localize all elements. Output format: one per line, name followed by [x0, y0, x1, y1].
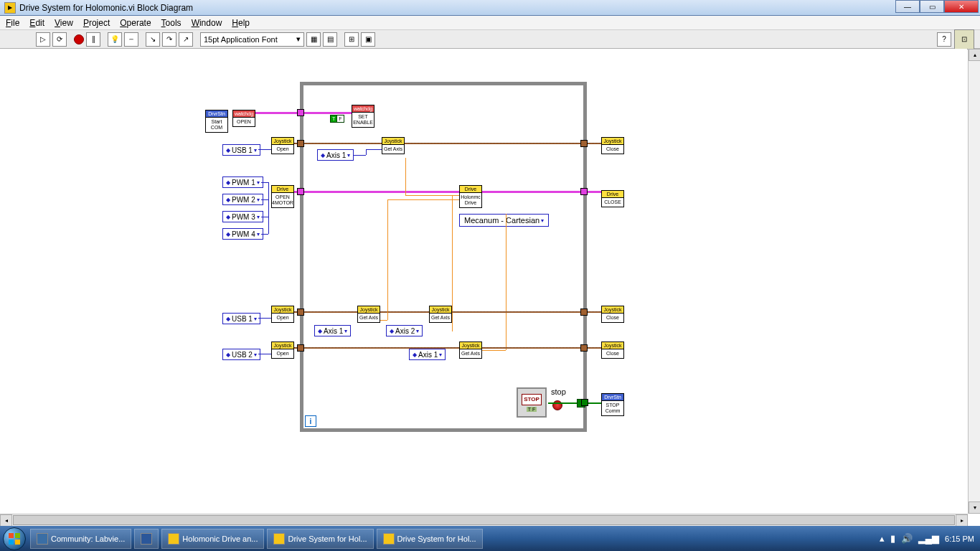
taskbar-item[interactable]: Drive System for Hol...: [377, 529, 483, 549]
menu-file[interactable]: File: [6, 18, 19, 28]
wire: [294, 347, 603, 349]
step-out-button[interactable]: ↗: [179, 32, 193, 47]
run-continuous-button[interactable]: ⟳: [52, 32, 67, 47]
joystick-open-vi-2[interactable]: Joystick Open: [271, 306, 294, 323]
usb1b-constant[interactable]: ◆USB 1▾: [222, 313, 260, 324]
font-selector[interactable]: 15pt Application Font ▾: [200, 32, 304, 47]
wire: [258, 149, 271, 150]
pwm3-constant[interactable]: ◆PWM 3▾: [222, 211, 263, 222]
abort-button[interactable]: [74, 34, 84, 44]
menu-edit[interactable]: Edit: [29, 18, 44, 28]
pause-button[interactable]: ‖: [86, 32, 100, 47]
start-button[interactable]: [0, 526, 29, 551]
drvrstn-stop-vi[interactable]: DrvrStn STOP Comm: [601, 393, 624, 416]
menu-view[interactable]: View: [55, 18, 73, 28]
joystick-getaxis-vi-3[interactable]: Joystick Get Axis: [429, 306, 452, 323]
taskbar-item[interactable]: Holomonic Drive an...: [161, 529, 264, 549]
wire: [506, 214, 507, 350]
mecanum-selector[interactable]: Mecanum - Cartesian▾: [459, 214, 549, 227]
watchdog-enable-vi[interactable]: watchdg SET ENABLE: [352, 105, 374, 128]
stop-button-control[interactable]: STOP T F: [517, 387, 547, 418]
scroll-down-icon[interactable]: ▾: [969, 501, 980, 514]
joystick-close-vi[interactable]: Joystick Close: [601, 137, 624, 154]
system-tray[interactable]: ▴ ▮ 🔊 ▂▄▆ 6:15 PM: [880, 533, 974, 544]
menu-tools[interactable]: Tools: [161, 18, 182, 28]
true-constant[interactable]: TF: [330, 115, 344, 123]
menu-project[interactable]: Project: [83, 18, 110, 28]
menu-help[interactable]: Help: [232, 18, 250, 28]
drive-close-vi[interactable]: Drive CLOSE: [601, 190, 624, 207]
pwm2-constant[interactable]: ◆PWM 2▾: [222, 194, 263, 205]
reorder-button[interactable]: ▣: [361, 32, 375, 47]
menu-window[interactable]: Window: [192, 18, 222, 28]
vi-icon[interactable]: ⊡: [954, 29, 974, 50]
svg-rect-3: [15, 540, 20, 545]
joystick-close-vi-3[interactable]: Joystick Close: [601, 342, 624, 359]
taskbar: Community: Labvie... Holomonic Drive an.…: [0, 526, 980, 551]
axis2-constant[interactable]: ◆Axis 2▾: [386, 325, 423, 336]
iteration-terminal[interactable]: i: [305, 415, 316, 427]
drive-holonomic-vi[interactable]: Drive Holonmc Drive: [459, 185, 482, 208]
word-icon: [141, 533, 152, 545]
axis1c-constant[interactable]: ◆Axis 1▾: [409, 349, 446, 360]
vertical-scrollbar[interactable]: ▴ ▾: [968, 49, 980, 514]
wire: [294, 191, 603, 193]
joystick-close-vi-2[interactable]: Joystick Close: [601, 306, 624, 323]
taskbar-item[interactable]: Drive System for Hol...: [267, 529, 373, 549]
wire: [261, 182, 268, 183]
usb1-constant[interactable]: ◆USB 1▾: [222, 144, 260, 156]
resize-button[interactable]: ⊞: [344, 32, 359, 47]
axis1b-constant[interactable]: ◆Axis 1▾: [314, 325, 351, 336]
wire: [261, 217, 268, 217]
joystick-getaxis-vi-2[interactable]: Joystick Get Axis: [357, 306, 380, 323]
close-button[interactable]: ✕: [944, 0, 979, 13]
pwm1-constant[interactable]: ◆PWM 1▾: [222, 176, 263, 188]
retain-wire-button[interactable]: ⎓: [124, 32, 138, 47]
wire: [405, 158, 406, 195]
windows-icon: [3, 527, 26, 550]
minimize-button[interactable]: —: [895, 0, 920, 13]
taskbar-item[interactable]: [134, 529, 159, 549]
wire: [353, 155, 366, 156]
wire: [294, 143, 603, 144]
usb2-constant[interactable]: ◆USB 2▾: [222, 349, 260, 360]
block-diagram-canvas[interactable]: i DrvrStn Start COM watchdg OPEN watchdg…: [0, 49, 967, 514]
wire: [268, 182, 269, 234]
scroll-up-icon[interactable]: ▴: [969, 49, 980, 61]
align-button[interactable]: ▦: [306, 32, 321, 47]
joystick-open-vi-3[interactable]: Joystick Open: [271, 342, 294, 359]
chevron-up-icon[interactable]: ▴: [880, 533, 885, 544]
axis1-constant[interactable]: ◆Axis 1▾: [317, 149, 354, 161]
step-into-button[interactable]: ↘: [146, 32, 160, 47]
tunnel: [580, 309, 588, 316]
pwm4-constant[interactable]: ◆PWM 4▾: [222, 228, 263, 240]
maximize-button[interactable]: ▭: [920, 0, 944, 13]
scroll-right-icon[interactable]: ▸: [956, 514, 968, 527]
window-title: Drive System for Holomonic.vi Block Diag…: [19, 3, 193, 13]
distribute-button[interactable]: ▤: [323, 32, 337, 47]
help-button[interactable]: ?: [937, 32, 951, 47]
menu-bar: File Edit View Project Operate Tools Win…: [0, 16, 980, 30]
tunnel: [297, 309, 304, 316]
joystick-getaxis-vi[interactable]: Joystick Get Axis: [382, 137, 405, 154]
highlight-button[interactable]: 💡: [108, 32, 122, 47]
joystick-getaxis-vi-4[interactable]: Joystick Get Axis: [459, 342, 482, 359]
while-loop[interactable]: i: [300, 82, 587, 432]
clock[interactable]: 6:15 PM: [945, 534, 974, 543]
drvrstn-start-vi[interactable]: DrvrStn Start COM: [205, 110, 228, 133]
watchdog-open-vi[interactable]: watchdg OPEN: [232, 110, 255, 127]
wire: [366, 149, 382, 150]
scroll-thumb[interactable]: [13, 515, 955, 525]
step-over-button[interactable]: ↷: [162, 32, 176, 47]
wire: [482, 350, 506, 351]
drive-open-vi[interactable]: Drive OPEN 4MOTOR: [271, 185, 294, 208]
scroll-left-icon[interactable]: ◂: [0, 514, 12, 527]
svg-rect-0: [9, 533, 14, 538]
menu-operate[interactable]: Operate: [120, 18, 151, 28]
run-button[interactable]: ▷: [36, 32, 50, 47]
dropdown-icon: ▾: [296, 34, 301, 44]
taskbar-item[interactable]: Community: Labvie...: [30, 529, 131, 549]
tunnel: [297, 344, 304, 352]
horizontal-scrollbar[interactable]: ◂ ▸: [0, 514, 968, 526]
joystick-open-vi[interactable]: Joystick Open: [271, 137, 294, 154]
